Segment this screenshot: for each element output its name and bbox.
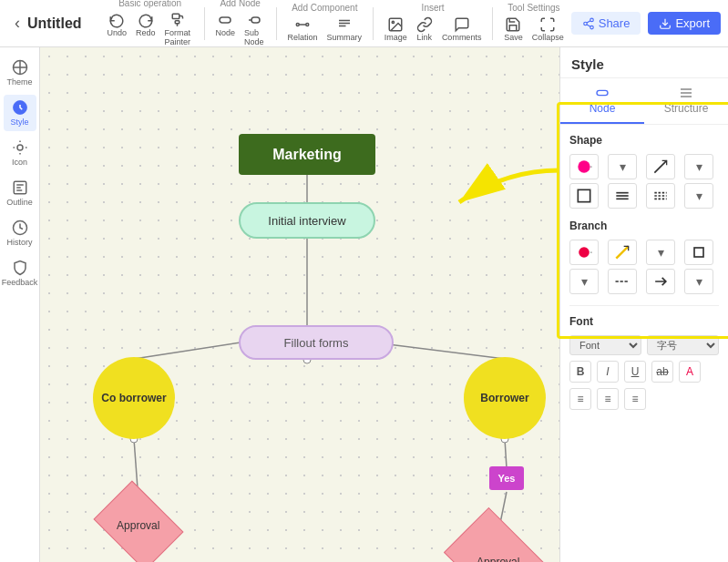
toolbar-group-tools: Tool Settings Save Collapse xyxy=(500,3,568,44)
branch-dropdown-3[interactable]: ▾ xyxy=(684,269,713,294)
shape-border-icon[interactable] xyxy=(569,183,599,209)
divider-3 xyxy=(373,7,374,40)
tab-node[interactable]: Node xyxy=(560,78,644,124)
node-initial-interview[interactable]: Initial interview xyxy=(239,202,375,239)
panel-header: Style xyxy=(560,47,728,78)
svg-point-10 xyxy=(590,26,593,29)
group-label-tools: Tool Settings xyxy=(508,3,559,13)
node-co-borrower[interactable]: Co borrower xyxy=(93,357,175,439)
relation-button[interactable]: Relation xyxy=(284,15,322,44)
group-label-addnode: Add Node xyxy=(220,0,260,8)
svg-rect-1 xyxy=(175,21,179,24)
sidebar-item-outline[interactable]: Outline xyxy=(4,175,36,211)
panel-tabs: Node Structure xyxy=(560,78,728,125)
branch-rect-icon[interactable] xyxy=(684,240,713,265)
subnode-button[interactable]: Sub Node xyxy=(241,10,269,48)
node-approval-right[interactable]: Approval xyxy=(453,530,544,562)
sidebar-item-theme[interactable]: Theme xyxy=(4,55,36,91)
summary-button[interactable]: Summary xyxy=(323,15,366,44)
format-painter-button[interactable]: Format Painter xyxy=(161,10,197,48)
shape-dropdown-1[interactable]: ▾ xyxy=(608,154,637,179)
svg-line-23 xyxy=(505,439,507,468)
branch-dropdown-2[interactable]: ▾ xyxy=(569,269,599,294)
svg-rect-39 xyxy=(694,248,703,257)
node-button[interactable]: Node xyxy=(212,10,240,48)
svg-point-15 xyxy=(17,145,23,150)
font-section: Font Font 字号 B I U ab A ≡ xyxy=(569,305,719,410)
sidebar-item-feedback[interactable]: Feedback xyxy=(4,255,36,291)
shape-fill-icon[interactable] xyxy=(569,154,599,179)
svg-line-20 xyxy=(134,342,241,359)
image-button[interactable]: Image xyxy=(381,15,411,44)
export-button[interactable]: Export xyxy=(648,12,721,35)
svg-line-12 xyxy=(587,20,590,22)
branch-dropdown-1[interactable]: ▾ xyxy=(646,240,675,265)
toolbar-group-component: Add Component Relation Summary xyxy=(284,3,366,44)
svg-point-4 xyxy=(296,24,299,26)
svg-point-30 xyxy=(578,160,590,172)
svg-rect-31 xyxy=(578,189,590,201)
font-row-selects: Font 字号 xyxy=(569,335,719,355)
shape-lines-icon[interactable] xyxy=(608,183,637,209)
panel-title: Style xyxy=(571,56,604,72)
toolbar-group-insert: Insert Image Link Comments xyxy=(381,3,486,44)
branch-line-icon[interactable] xyxy=(608,240,637,265)
align-left-button[interactable]: ≡ xyxy=(569,388,591,410)
sidebar-item-history[interactable]: History xyxy=(4,215,36,251)
collapse-button[interactable]: Collapse xyxy=(528,15,568,44)
shape-dropdown-3[interactable]: ▾ xyxy=(684,183,713,209)
right-panel: Style Node Structure Shape ▾ xyxy=(559,47,728,562)
strikethrough-button[interactable]: ab xyxy=(651,361,673,383)
underline-button[interactable]: U xyxy=(624,361,646,383)
node-yes-badge[interactable]: Yes xyxy=(489,466,524,490)
bold-button[interactable]: B xyxy=(569,361,591,383)
svg-point-5 xyxy=(306,24,309,26)
sidebar-item-icon[interactable]: Icon xyxy=(4,135,36,171)
toolbar-group-basic: Basic operation Undo Redo Format Painter xyxy=(104,0,197,48)
italic-button[interactable]: I xyxy=(597,361,619,383)
shape-line-icon[interactable] xyxy=(646,154,675,179)
align-right-button[interactable]: ≡ xyxy=(624,388,646,410)
font-row-style-buttons: B I U ab A xyxy=(569,361,719,383)
branch-dash-icon[interactable] xyxy=(608,269,637,294)
font-section-title: Font xyxy=(569,315,719,328)
node-marketing[interactable]: Marketing xyxy=(239,134,375,175)
tab-structure[interactable]: Structure xyxy=(644,78,728,124)
branch-arrow-icon[interactable] xyxy=(646,269,675,294)
sidebar-item-style[interactable]: Style xyxy=(4,95,36,131)
svg-point-7 xyxy=(393,21,395,23)
node-fillout-forms[interactable]: Fillout forms xyxy=(239,325,394,360)
font-size-select[interactable]: 字号 xyxy=(647,335,719,355)
shape-dropdown-2[interactable]: ▾ xyxy=(684,154,713,179)
group-label-component: Add Component xyxy=(292,3,357,13)
shape-grid: ▾ ▾ ▾ xyxy=(569,154,719,209)
group-label-basic: Basic operation xyxy=(118,0,181,8)
svg-rect-0 xyxy=(172,14,179,18)
font-family-select[interactable]: Font xyxy=(569,335,641,355)
save-button[interactable]: Save xyxy=(500,15,527,44)
font-color-button[interactable]: A xyxy=(679,361,701,383)
canvas[interactable]: Marketing Initial interview Fillout form… xyxy=(40,47,559,562)
comments-button[interactable]: Comments xyxy=(438,15,486,44)
branch-grid: ▾ ▾ ▾ xyxy=(569,240,719,294)
svg-line-11 xyxy=(587,24,590,26)
svg-rect-3 xyxy=(251,17,260,23)
main-area: Theme Style Icon Outline History Feedbac… xyxy=(0,47,728,562)
divider-2 xyxy=(276,7,277,40)
undo-button[interactable]: Undo xyxy=(104,10,131,48)
back-button[interactable]: ‹ xyxy=(7,10,27,36)
branch-section-title: Branch xyxy=(569,220,719,232)
align-center-button[interactable]: ≡ xyxy=(597,388,619,410)
link-button[interactable]: Link xyxy=(413,15,436,44)
arrow-annotation xyxy=(432,161,559,216)
redo-button[interactable]: Redo xyxy=(132,10,159,48)
node-borrower[interactable]: Borrower xyxy=(464,357,546,439)
share-button[interactable]: Share xyxy=(571,12,641,35)
shape-dashes-icon[interactable] xyxy=(646,183,675,209)
topbar: ‹ Untitled Basic operation Undo Redo For… xyxy=(0,0,728,47)
sidebar-icons: Theme Style Icon Outline History Feedbac… xyxy=(0,47,40,562)
branch-color-icon[interactable] xyxy=(569,240,599,265)
node-approval-left[interactable]: Approval xyxy=(102,498,175,553)
divider-4 xyxy=(492,7,493,40)
font-row-align-buttons: ≡ ≡ ≡ xyxy=(569,388,719,410)
